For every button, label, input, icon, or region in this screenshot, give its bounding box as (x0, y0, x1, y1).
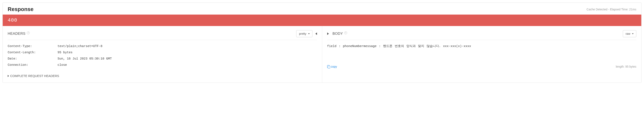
header-row: Connection: close (8, 62, 317, 68)
response-content: HEADERS ? pretty Content-Type: text/plai… (3, 26, 641, 83)
body-footer: copy length: 95 bytes (327, 65, 636, 68)
header-row: Content-Type: text/plain;charset=UTF-8 (8, 43, 317, 50)
header-value: 95 bytes (58, 50, 317, 56)
caret-down-icon (632, 33, 634, 34)
response-title: Response (8, 6, 34, 13)
status-code: 400 (8, 18, 17, 23)
header-value: close (58, 62, 317, 68)
body-column: BODY ? raw field : phoneNumbermessage : … (322, 26, 642, 83)
body-controls: raw (623, 30, 636, 37)
status-code-bar: 400 (3, 15, 641, 26)
response-meta: Cache Detected - Elapsed Time: 21ms (586, 8, 636, 11)
body-title: BODY (332, 32, 343, 36)
body-format-label: raw (626, 32, 630, 35)
header-row: Content-Length: 95 bytes (8, 50, 317, 56)
header-row: Date: Sun, 16 Jul 2023 05:30:10 GMT (8, 56, 317, 62)
header-value: Sun, 16 Jul 2023 05:30:10 GMT (58, 56, 317, 62)
header-value: text/plain;charset=UTF-8 (58, 43, 317, 50)
copy-icon (327, 65, 330, 68)
headers-controls: pretty (296, 30, 317, 37)
response-header: Response Cache Detected - Elapsed Time: … (3, 3, 641, 15)
headers-format-label: pretty (299, 32, 306, 35)
headers-column: HEADERS ? pretty Content-Type: text/plai… (3, 26, 322, 83)
header-key: Content-Length: (8, 50, 58, 56)
caret-down-icon (308, 33, 310, 34)
headers-section-header: HEADERS ? pretty (8, 30, 317, 40)
complete-request-headers-label: COMPLETE REQUEST HEADERS (10, 74, 59, 78)
headers-list: Content-Type: text/plain;charset=UTF-8 C… (8, 43, 317, 68)
copy-label: copy (331, 65, 337, 68)
header-key: Content-Type: (8, 43, 58, 50)
headers-format-dropdown[interactable]: pretty (296, 30, 312, 37)
body-length: length: 95 bytes (616, 65, 636, 68)
body-format-dropdown[interactable]: raw (623, 30, 636, 37)
header-key: Date: (8, 56, 58, 62)
expand-icon (8, 75, 9, 77)
complete-request-headers-toggle[interactable]: COMPLETE REQUEST HEADERS (8, 74, 317, 78)
response-panel: Response Cache Detected - Elapsed Time: … (2, 3, 642, 83)
copy-button[interactable]: copy (327, 65, 337, 68)
body-title-wrap: BODY ? (327, 32, 347, 36)
expand-right-icon[interactable] (327, 33, 329, 35)
header-key: Connection: (8, 62, 58, 68)
headers-title: HEADERS (8, 32, 26, 36)
collapse-left-icon[interactable] (315, 33, 317, 35)
body-section-header: BODY ? raw (327, 30, 636, 40)
body-content: field : phoneNumbermessage : 핸드폰 번호의 양식과… (327, 43, 636, 60)
help-icon[interactable]: ? (27, 31, 30, 34)
headers-title-wrap: HEADERS ? (8, 32, 30, 36)
help-icon[interactable]: ? (344, 31, 347, 34)
